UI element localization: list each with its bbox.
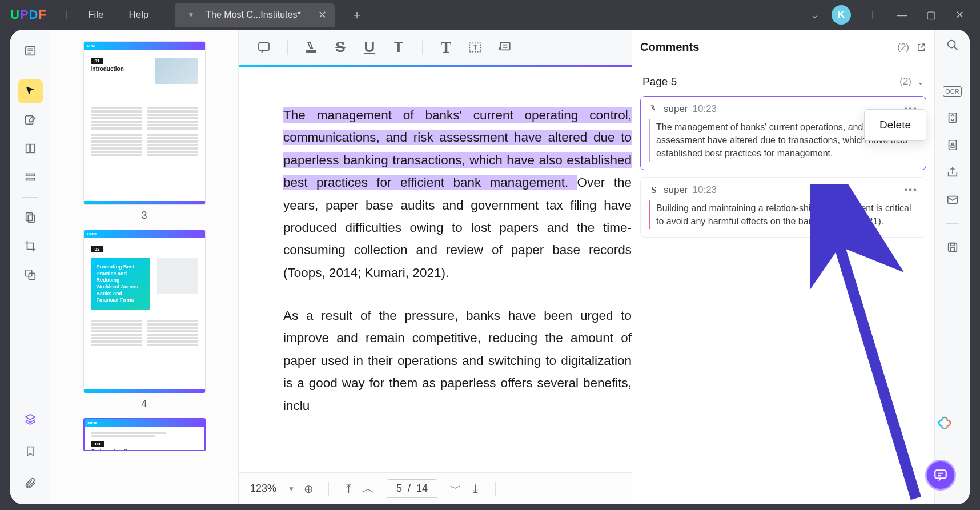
svg-rect-21 <box>950 248 954 251</box>
squiggly-tool-icon[interactable]: T <box>385 35 412 60</box>
thumbnails-panel: UPDF 01 Introduction 3 UPDF 02 <box>50 30 239 504</box>
email-icon[interactable] <box>946 194 959 206</box>
svg-rect-5 <box>26 178 34 180</box>
convert-icon[interactable] <box>946 111 959 124</box>
form-tools-icon[interactable] <box>18 165 43 189</box>
separator: | <box>65 10 67 20</box>
svg-rect-4 <box>26 174 34 176</box>
tab-dropdown-icon[interactable]: ▼ <box>187 11 194 19</box>
left-tool-rail <box>10 30 50 504</box>
app-logo: UPDF <box>10 7 47 22</box>
comments-page-header[interactable]: Page 5 (2) ⌄ <box>640 65 926 96</box>
batch-icon[interactable] <box>18 263 43 287</box>
window-chevron-icon[interactable]: ⌄ <box>810 9 819 21</box>
svg-point-14 <box>947 41 955 48</box>
share-icon[interactable] <box>946 166 959 179</box>
new-tab-button[interactable]: ＋ <box>351 6 363 23</box>
svg-rect-20 <box>950 243 954 246</box>
ai-assistant-icon[interactable] <box>935 415 954 433</box>
close-window-button[interactable]: ✕ <box>951 9 967 21</box>
callout-tool-icon[interactable] <box>491 35 518 60</box>
separator: | <box>871 10 874 20</box>
tab-close-icon[interactable]: ✕ <box>318 9 327 21</box>
underline-tool-icon[interactable]: U <box>356 35 383 60</box>
highlight-type-icon <box>649 104 659 114</box>
comment-text: Building and maintaining a relation-ship… <box>649 200 918 229</box>
comment-tool-icon[interactable] <box>250 35 278 60</box>
page-tools-icon[interactable] <box>18 136 43 160</box>
svg-rect-3 <box>30 144 34 153</box>
attachment-icon[interactable] <box>18 471 43 495</box>
delete-context-menu[interactable]: Delete <box>864 109 926 141</box>
thumbnail-page-5[interactable]: UPDF 03 Customer Loyalty <box>83 418 206 451</box>
next-page-icon[interactable]: ﹀ <box>450 481 461 496</box>
thumbnail-page-4[interactable]: UPDF 02 Promoting Best Practice and Redu… <box>83 230 206 393</box>
document-viewport[interactable]: The management of banks' current operati… <box>239 65 632 472</box>
last-page-icon[interactable]: ⤓ <box>471 482 480 496</box>
comment-author: super <box>664 184 688 196</box>
maximize-button[interactable]: ▢ <box>923 9 939 21</box>
strikethrough-type-icon: S <box>649 185 659 195</box>
menu-help[interactable]: Help <box>116 9 161 21</box>
popout-icon[interactable] <box>916 42 926 53</box>
highlight-tool-icon[interactable] <box>298 35 325 60</box>
comment-more-icon[interactable]: ••• <box>904 184 918 196</box>
textbox-tool-icon[interactable]: T <box>461 35 489 60</box>
edit-text-icon[interactable] <box>18 108 43 132</box>
thumbnail-page-3[interactable]: UPDF 01 Introduction <box>83 41 206 205</box>
zoom-in-icon[interactable]: ⊕ <box>304 482 314 496</box>
first-page-icon[interactable]: ⤒ <box>344 482 354 496</box>
thumbnail-label-4: 4 <box>66 398 222 410</box>
text-tool-icon[interactable]: T <box>432 35 460 60</box>
protect-icon[interactable] <box>946 139 959 151</box>
svg-rect-24 <box>935 470 946 478</box>
save-icon[interactable] <box>946 241 959 254</box>
comments-title: Comments <box>640 41 699 54</box>
document-tab[interactable]: ▼ The Most C...Institutes* ✕ <box>175 3 334 27</box>
comments-fab-button[interactable] <box>925 460 956 491</box>
svg-rect-19 <box>948 243 957 252</box>
ocr-icon[interactable]: OCR <box>943 86 961 97</box>
svg-text:T: T <box>473 43 477 51</box>
zoom-value[interactable]: 123% <box>250 483 276 495</box>
svg-rect-13 <box>501 42 510 50</box>
page-content: The management of banks' current operati… <box>239 65 632 472</box>
layers-icon[interactable] <box>18 407 43 431</box>
menu-file[interactable]: File <box>75 9 116 21</box>
comments-page-count: (2) <box>899 76 911 87</box>
reader-mode-icon[interactable] <box>18 39 43 63</box>
editor-area: S U T T T The management of banks' curre… <box>239 30 632 504</box>
page-indicator[interactable]: 5 / 14 <box>387 479 437 498</box>
right-tool-rail: OCR <box>934 30 970 504</box>
comment-author: super <box>664 103 688 115</box>
thumbnail-label-3: 3 <box>66 210 222 222</box>
comments-page-label: Page 5 <box>642 75 677 88</box>
strikethrough-tool-icon[interactable]: S <box>327 35 354 60</box>
comment-item-1[interactable]: super 10:23 ••• The management of banks'… <box>640 96 926 170</box>
comment-time: 10:23 <box>693 103 717 115</box>
bookmark-icon[interactable] <box>18 439 43 463</box>
comments-panel: Comments (2) Page 5 (2) ⌄ super 10:23 ••… <box>632 30 934 504</box>
tab-title: The Most C...Institutes* <box>206 10 300 20</box>
comment-annotate-icon[interactable] <box>18 79 43 103</box>
main-content: UPDF 01 Introduction 3 UPDF 02 <box>10 30 970 504</box>
prev-page-icon[interactable]: ︿ <box>363 481 374 496</box>
annotation-toolbar: S U T T T <box>239 30 632 65</box>
body-text: As a result of the pressure, banks have … <box>283 304 632 417</box>
user-avatar[interactable]: K <box>832 5 851 25</box>
comments-header: Comments (2) <box>640 30 926 65</box>
crop-icon[interactable] <box>18 234 43 258</box>
svg-rect-17 <box>951 145 954 148</box>
redact-icon[interactable] <box>18 206 43 230</box>
minimize-button[interactable]: — <box>894 9 910 21</box>
collapse-icon[interactable]: ⌄ <box>917 77 924 86</box>
svg-rect-2 <box>26 144 29 153</box>
comment-time: 10:23 <box>693 184 717 196</box>
comment-item-2[interactable]: S super 10:23 ••• Building and maintaini… <box>640 177 926 238</box>
svg-rect-7 <box>28 215 34 222</box>
page-controls: 123% ▼ ⊕ ⤒ ︿ 5 / 14 ﹀ ⤓ <box>239 472 632 504</box>
comments-total-count: (2) <box>897 42 909 53</box>
svg-rect-6 <box>26 213 32 221</box>
search-icon[interactable] <box>946 39 959 51</box>
zoom-dropdown-icon[interactable]: ▼ <box>288 485 295 493</box>
